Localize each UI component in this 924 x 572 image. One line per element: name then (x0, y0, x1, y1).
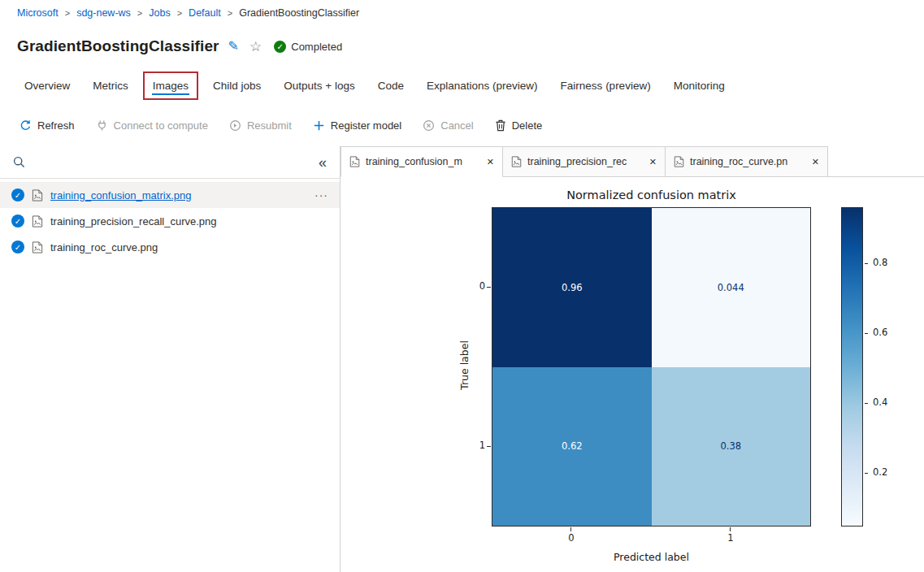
page-title: GradientBoostingClassifier (17, 37, 219, 55)
favorite-star-icon[interactable]: ☆ (248, 38, 263, 55)
breadcrumb-item-experiment[interactable]: Default (189, 7, 221, 19)
tab-fairness[interactable]: Fairness (preview) (549, 70, 662, 102)
chart-title: Normalized confusion matrix (492, 188, 811, 202)
colorbar-tick-label: 0.2 (873, 466, 887, 478)
close-tab-icon[interactable]: ✕ (649, 157, 657, 167)
register-model-button[interactable]: Register model (313, 119, 401, 132)
doc-tab-label: training_roc_curve.pn (690, 156, 787, 167)
refresh-icon (20, 119, 32, 132)
confusion-matrix-figure: Normalized confusion matrix True label 0… (341, 177, 924, 572)
command-toolbar: Refresh Connect to compute Resubmit Regi… (0, 104, 924, 146)
breadcrumb-item-jobs[interactable]: Jobs (149, 7, 170, 19)
cancel-button[interactable]: Cancel (423, 119, 473, 132)
content-split: « ✓ training_confusion_matrix.png ··· ✓ (0, 146, 924, 572)
doc-tab-roc-curve[interactable]: training_roc_curve.pn ✕ (666, 146, 828, 177)
status-text: Completed (291, 41, 342, 53)
resubmit-label: Resubmit (247, 119, 292, 132)
doc-tab-label: training_precision_rec (527, 156, 627, 167)
tick-mark (865, 333, 868, 334)
delete-label: Delete (512, 119, 543, 132)
file-name[interactable]: training_confusion_matrix.png (50, 189, 191, 202)
heatmap-cell-1-0: 0.62 (492, 367, 652, 526)
file-name[interactable]: training_roc_curve.png (50, 241, 158, 254)
x-tick-label-0: 0 (563, 532, 579, 544)
tick-mark (865, 403, 868, 404)
refresh-button[interactable]: Refresh (20, 119, 75, 132)
doc-tab-confusion-matrix[interactable]: training_confusion_m ✕ (341, 146, 503, 177)
file-menu-icon[interactable]: ··· (315, 188, 328, 202)
nav-tabs: Overview Metrics Images Child jobs Outpu… (0, 67, 924, 104)
tab-outputs-logs[interactable]: Outputs + logs (272, 70, 366, 102)
check-circle-icon[interactable]: ✓ (11, 188, 24, 202)
tick-mark (865, 473, 868, 474)
tab-code[interactable]: Code (367, 70, 415, 102)
tick-mark (487, 287, 491, 288)
tick-mark (570, 527, 571, 531)
tick-mark (730, 527, 731, 531)
colorbar-tick-label: 0.8 (873, 257, 887, 268)
tab-metrics[interactable]: Metrics (81, 70, 140, 102)
breadcrumb-separator: > (177, 8, 182, 18)
viewer-panel: training_confusion_m ✕ training_precisio… (341, 146, 924, 572)
page-header: GradientBoostingClassifier ✎ ☆ ✓ Complet… (0, 26, 924, 67)
collapse-panel-icon[interactable]: « (319, 155, 327, 170)
tab-child-jobs[interactable]: Child jobs (202, 70, 272, 102)
check-circle-icon[interactable]: ✓ (11, 214, 24, 228)
edit-name-icon[interactable]: ✎ (227, 38, 241, 54)
plus-icon (313, 119, 325, 132)
connect-icon (96, 119, 108, 132)
breadcrumb-separator: > (137, 8, 142, 18)
breadcrumb: Microsoft > sdg-new-ws > Jobs > Default … (0, 0, 924, 26)
image-file-icon (674, 156, 684, 167)
connect-to-compute-label: Connect to compute (114, 119, 208, 132)
delete-button[interactable]: Delete (495, 119, 543, 132)
close-tab-icon[interactable]: ✕ (487, 157, 494, 167)
tick-mark (487, 446, 491, 447)
breadcrumb-item-microsoft[interactable]: Microsoft (17, 7, 59, 19)
tab-explanations[interactable]: Explanations (preview) (415, 70, 549, 102)
register-model-label: Register model (331, 119, 401, 132)
heatmap-cell-0-1: 0.044 (652, 208, 811, 367)
completed-check-icon: ✓ (274, 41, 286, 53)
close-tab-icon[interactable]: ✕ (812, 157, 819, 167)
colorbar-tick-label: 0.6 (873, 327, 887, 338)
refresh-label: Refresh (37, 119, 75, 132)
delete-icon (495, 119, 506, 132)
search-icon[interactable] (13, 156, 25, 168)
breadcrumb-item-workspace[interactable]: sdg-new-ws (76, 7, 131, 19)
image-file-icon (32, 215, 43, 228)
cancel-label: Cancel (440, 119, 473, 132)
file-list-item-confusion-matrix[interactable]: ✓ training_confusion_matrix.png ··· (0, 182, 340, 208)
file-name[interactable]: training_precision_recall_curve.png (50, 215, 217, 228)
resubmit-icon (229, 119, 241, 132)
breadcrumb-separator: > (65, 8, 70, 18)
cancel-icon (423, 119, 435, 132)
file-list-item-precision-recall[interactable]: ✓ training_precision_recall_curve.png (0, 208, 340, 234)
breadcrumb-item-current: GradientBoostingClassifier (239, 7, 359, 19)
check-circle-icon[interactable]: ✓ (11, 240, 24, 254)
file-list-item-roc-curve[interactable]: ✓ training_roc_curve.png (0, 234, 340, 260)
document-tabs: training_confusion_m ✕ training_precisio… (341, 146, 924, 177)
image-file-icon (32, 189, 43, 202)
image-file-icon (32, 241, 43, 254)
doc-tab-precision-recall[interactable]: training_precision_rec ✕ (503, 146, 666, 177)
status-badge: ✓ Completed (274, 41, 342, 53)
x-tick-label-1: 1 (722, 532, 739, 544)
tab-monitoring[interactable]: Monitoring (662, 70, 736, 102)
connect-to-compute-button[interactable]: Connect to compute (96, 119, 208, 132)
heatmap-plot: 0.96 0.044 0.62 0.38 (492, 207, 811, 526)
y-axis-label: True label (458, 333, 471, 398)
tick-mark (865, 263, 868, 264)
image-file-icon (511, 156, 522, 167)
colorbar: 0.8 0.6 0.4 0.2 (841, 207, 914, 526)
y-tick-label-0: 0 (467, 280, 485, 292)
resubmit-button[interactable]: Resubmit (229, 119, 292, 132)
tab-overview[interactable]: Overview (13, 70, 81, 102)
doc-tab-label: training_confusion_m (366, 156, 462, 167)
file-panel: « ✓ training_confusion_matrix.png ··· ✓ (0, 146, 341, 572)
tab-images[interactable]: Images (143, 72, 198, 100)
heatmap-cell-1-1: 0.38 (652, 367, 811, 526)
colorbar-tick-label: 0.4 (873, 396, 887, 408)
file-list: ✓ training_confusion_matrix.png ··· ✓ (0, 179, 340, 260)
x-axis-label: Predicted label (492, 551, 811, 563)
